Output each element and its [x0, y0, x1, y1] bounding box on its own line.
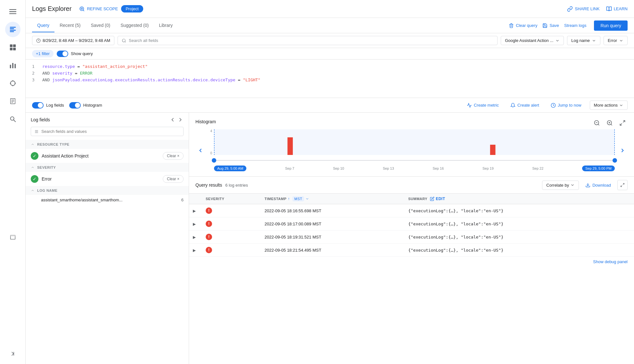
svg-rect-0 [9, 9, 16, 10]
edit-button[interactable]: EDIT [430, 197, 445, 201]
svg-rect-1 [9, 11, 16, 12]
collapse-expand-button[interactable] [169, 117, 184, 123]
show-query-toggle[interactable] [57, 51, 68, 57]
sidebar-item-logs[interactable] [5, 22, 21, 37]
tab-query[interactable]: Query [32, 19, 54, 32]
severity-label: Error [42, 176, 160, 182]
toolbar-row: Log fields Histogram Create metric Creat… [26, 98, 634, 113]
histogram-prev-button[interactable] [195, 145, 206, 156]
clear-query-label: Clear query [516, 23, 537, 28]
svg-rect-22 [11, 102, 13, 102]
resource-type-clear-button[interactable]: Clear × [163, 152, 184, 160]
top-header: Logs Explorer REFINE SCOPE Project SHARE… [26, 0, 634, 18]
save-button[interactable]: Save [540, 21, 562, 30]
tab-suggested[interactable]: Suggested (0) [115, 19, 154, 32]
histogram-toggle-label: Histogram [83, 103, 102, 108]
expand-icon-1[interactable]: ▶ [193, 209, 196, 213]
summary-cell-1: {"executionLog":{…}, "locale":"en-US"} [404, 204, 634, 217]
svg-rect-20 [11, 100, 14, 100]
time-range-button[interactable]: 8/29/22, 8:48 AM – 9/29/22, 9:48 AM [32, 36, 114, 45]
show-debug-panel-link[interactable]: Show debug panel [189, 257, 634, 267]
create-alert-button[interactable]: Create alert [507, 101, 542, 110]
fields-search-input[interactable] [31, 127, 184, 136]
error-severity-badge-4: ! [206, 247, 212, 253]
expand-icon-2[interactable]: ▶ [193, 222, 196, 226]
resource-dropdown[interactable]: Google Assistant Action ... [501, 36, 564, 45]
sidebar-item-crosshair[interactable] [5, 76, 21, 91]
table-row[interactable]: ▶ ! 2022-09-05 18:19:31.521 MST {"execut… [189, 231, 634, 244]
share-link-button[interactable]: SHARE LINK [567, 6, 599, 12]
sidebar-item-search[interactable] [5, 111, 21, 127]
sidebar-expand-btn[interactable] [5, 349, 21, 359]
refine-scope-label: REFINE SCOPE [87, 6, 118, 11]
log-name-value[interactable]: assistant_smarthome/assistant_smarthom..… [26, 195, 189, 205]
histogram-start-time[interactable]: Aug 29, 5:00 AM [214, 166, 246, 171]
svg-rect-11 [10, 65, 11, 68]
expand-icon-3[interactable]: ▶ [193, 235, 196, 239]
app-title: Logs Explorer [32, 5, 71, 12]
search-all-fields-input[interactable]: Search all fields [118, 36, 498, 45]
clear-query-button[interactable]: Clear query [506, 21, 540, 30]
filter-chip[interactable]: +1 filter [32, 50, 54, 57]
sidebar-item-analytics[interactable] [5, 58, 21, 73]
run-query-button[interactable]: Run query [594, 20, 628, 31]
results-count: 6 log entries [225, 183, 248, 188]
error-dropdown[interactable]: Error [604, 36, 628, 45]
create-metric-button[interactable]: Create metric [464, 101, 502, 110]
svg-line-41 [611, 124, 612, 125]
download-button[interactable]: Download [582, 181, 614, 190]
expand-icon-4[interactable]: ▶ [193, 248, 196, 253]
svg-rect-2 [9, 13, 16, 14]
mst-badge[interactable]: MST [292, 196, 304, 201]
learn-button[interactable]: LEARN [606, 6, 628, 12]
tab-recent[interactable]: Recent (5) [54, 19, 86, 32]
jump-to-now-button[interactable]: Jump to now [548, 101, 585, 110]
fields-search-text[interactable] [41, 129, 180, 134]
search-all-fields-placeholder: Search all fields [129, 38, 158, 43]
log-name-section-header[interactable]: LOG NAME [26, 186, 189, 195]
query-results-section: Query results 6 log entries Correlate by… [189, 177, 634, 364]
error-severity-badge-1: ! [206, 207, 212, 214]
histogram-zoom-out-button[interactable] [592, 118, 602, 128]
svg-point-31 [122, 39, 125, 42]
sidebar-item-menu[interactable] [5, 4, 21, 19]
severity-clear-button[interactable]: Clear × [163, 175, 184, 183]
fullscreen-button[interactable] [617, 180, 628, 190]
time-range-label: 8/29/22, 8:48 AM – 9/29/22, 9:48 AM [43, 38, 110, 43]
col-timestamp[interactable]: TIMESTAMP ↑ MST [261, 194, 404, 204]
histogram-expand-button[interactable] [617, 118, 628, 128]
log-name-dropdown[interactable]: Log name [567, 36, 600, 45]
svg-rect-46 [214, 129, 615, 155]
query-editor[interactable]: 1 resource.type = "assistant_action_proj… [26, 60, 634, 98]
svg-rect-5 [10, 30, 15, 31]
resource-type-section-header[interactable]: RESOURCE TYPE [26, 140, 189, 149]
correlate-by-button[interactable]: Correlate by [542, 181, 579, 190]
histogram-next-button[interactable] [617, 145, 628, 156]
query-line-3: 3 AND jsonPayload.executionLog.execution… [32, 77, 628, 84]
tab-library[interactable]: Library [154, 19, 178, 32]
content-row: Log fields RESOURCE TYPE [26, 113, 634, 364]
table-row[interactable]: ▶ ! 2022-09-05 18:21:54.495 MST {"execut… [189, 244, 634, 257]
sidebar-item-history[interactable] [5, 230, 21, 245]
sidebar-item-dashboard[interactable] [5, 40, 21, 55]
table-row[interactable]: ▶ ! 2022-09-05 18:16:55.698 MST {"execut… [189, 204, 634, 217]
svg-rect-13 [14, 64, 16, 68]
tab-saved[interactable]: Saved (0) [86, 19, 115, 32]
histogram-zoom-in-button[interactable] [605, 118, 615, 128]
svg-line-53 [621, 185, 622, 187]
refine-scope-button[interactable]: REFINE SCOPE [79, 6, 118, 12]
histogram-toggle[interactable] [69, 102, 81, 109]
stream-logs-button[interactable]: Stream logs [562, 21, 589, 30]
more-actions-button[interactable]: More actions [590, 101, 628, 110]
results-header: Query results 6 log entries Correlate by… [189, 177, 634, 194]
sidebar-item-notes[interactable] [5, 93, 21, 109]
histogram-end-time[interactable]: Sep 29, 5:00 PM [582, 166, 615, 171]
bottom-section: Log fields Histogram Create metric Creat… [26, 98, 634, 364]
log-name-label: Log name [571, 38, 590, 43]
table-row[interactable]: ▶ ! 2022-09-05 18:17:00.089 MST {"execut… [189, 217, 634, 231]
severity-section-header[interactable]: SEVERITY [26, 163, 189, 172]
log-fields-toggle[interactable] [32, 102, 44, 109]
histogram-svg [214, 129, 615, 155]
error-severity-badge-3: ! [206, 234, 212, 240]
project-chip[interactable]: Project [121, 5, 143, 12]
